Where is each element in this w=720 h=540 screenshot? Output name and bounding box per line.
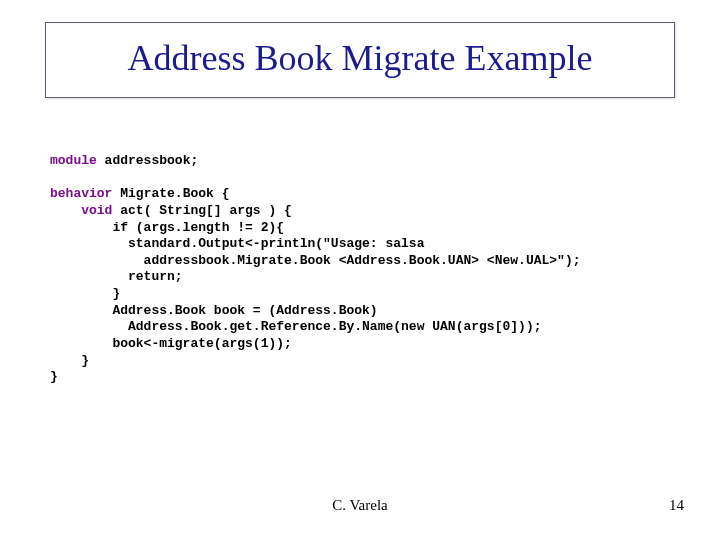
- footer-author: C. Varela: [0, 497, 720, 514]
- code-line-12: }: [50, 353, 89, 368]
- code-line-6: addressbook.Migrate.Book <Address.Book.U…: [50, 253, 581, 268]
- code-block: module addressbook; behavior Migrate.Boo…: [50, 153, 720, 386]
- code-line-1: addressbook;: [97, 153, 198, 168]
- code-line-5: standard.Output<-println("Usage: salsa: [50, 236, 424, 251]
- code-line-10: Address.Book.get.Reference.By.Name(new U…: [50, 319, 541, 334]
- code-line-11: book<-migrate(args(1));: [50, 336, 292, 351]
- keyword-behavior: behavior: [50, 186, 112, 201]
- slide-title: Address Book Migrate Example: [56, 37, 664, 79]
- title-box: Address Book Migrate Example: [45, 22, 675, 98]
- code-line-4: if (args.length != 2){: [50, 220, 284, 235]
- code-line-8: }: [50, 286, 120, 301]
- code-line-9: Address.Book book = (Address.Book): [50, 303, 378, 318]
- code-line-2: Migrate.Book {: [112, 186, 229, 201]
- code-line-13: }: [50, 369, 58, 384]
- keyword-module: module: [50, 153, 97, 168]
- footer-page-number: 14: [669, 497, 684, 514]
- keyword-void: void: [81, 203, 112, 218]
- code-line-7: return;: [50, 269, 183, 284]
- code-line-3: act( String[] args ) {: [112, 203, 291, 218]
